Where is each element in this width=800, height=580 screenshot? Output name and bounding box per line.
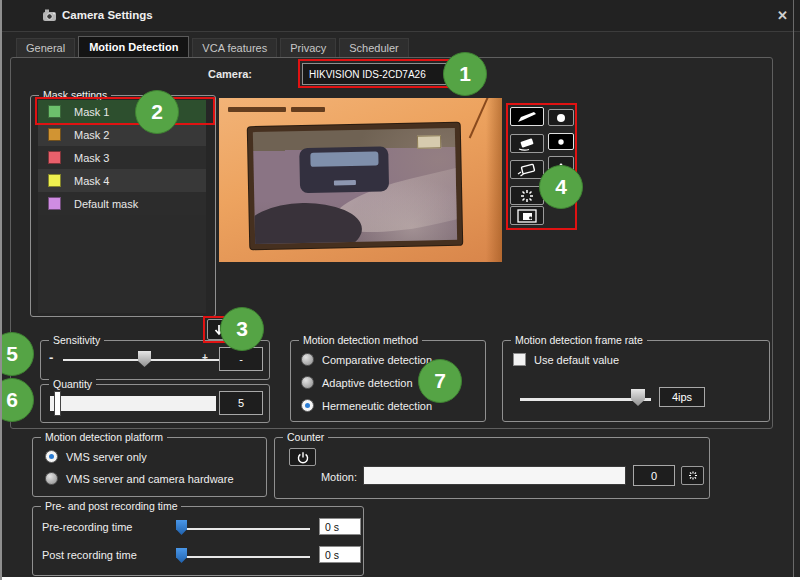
brush-size-small-button[interactable] xyxy=(548,156,574,173)
counter-title: Counter xyxy=(283,431,328,443)
burst-icon xyxy=(685,470,701,481)
car-plate xyxy=(334,180,355,186)
pre-recording-slider-thumb[interactable] xyxy=(176,520,187,535)
frame-rate-value: 4ips xyxy=(659,387,705,407)
motion-counter-value: 0 xyxy=(633,465,675,486)
mask-list-item-4[interactable]: Mask 4 xyxy=(38,169,206,192)
quantity-slider-track[interactable] xyxy=(50,396,216,411)
radio-selected-icon xyxy=(45,450,58,463)
dot-medium-icon xyxy=(553,136,569,148)
monitor-frame xyxy=(248,123,463,249)
road-sign xyxy=(417,135,441,148)
tab-vca-features[interactable]: VCA features xyxy=(192,38,277,57)
post-recording-label: Post recording time xyxy=(42,549,137,561)
picture-in-picture-icon xyxy=(515,209,539,223)
mask-color-swatch xyxy=(48,151,61,164)
mask-color-swatch xyxy=(48,174,61,187)
radio-vms-server-only[interactable]: VMS server only xyxy=(45,450,147,463)
platform-group: Motion detection platform VMS server onl… xyxy=(32,437,267,497)
chevron-down-icon xyxy=(451,71,467,77)
apply-mask-button[interactable] xyxy=(207,319,230,340)
radio-label: Comparative detection xyxy=(322,354,432,366)
frame-rate-slider-thumb[interactable] xyxy=(631,389,645,406)
mask-label: Mask 1 xyxy=(74,106,109,118)
tab-privacy[interactable]: Privacy xyxy=(280,38,336,57)
counter-group: Counter Motion: 0 xyxy=(274,437,710,499)
car-windshield xyxy=(310,152,378,167)
camera-dropdown[interactable]: HIKVISION IDS-2CD7A26 xyxy=(302,63,468,85)
power-icon xyxy=(296,451,310,464)
recording-time-title: Pre- and post recording time xyxy=(41,500,181,512)
sensitivity-group: Sensitivity - + - xyxy=(40,340,270,380)
radio-label: VMS server only xyxy=(66,451,147,463)
radio-label: Adaptive detection xyxy=(322,377,413,389)
tab-motion-detection[interactable]: Motion Detection xyxy=(78,36,189,57)
detection-method-group: Motion detection method Comparative dete… xyxy=(290,340,486,422)
motion-counter-bar xyxy=(363,466,626,485)
platform-title: Motion detection platform xyxy=(41,431,167,443)
radio-vms-server-and-camera[interactable]: VMS server and camera hardware xyxy=(45,472,234,485)
close-icon[interactable]: ✕ xyxy=(777,8,788,23)
pre-recording-value-field[interactable]: 0 s xyxy=(319,518,361,535)
tab-general[interactable]: General xyxy=(16,38,75,57)
camera-dropdown-value: HIKVISION IDS-2CD7A26 xyxy=(303,69,451,80)
mask-list-item-default[interactable]: Default mask xyxy=(38,192,206,215)
mask-label: Default mask xyxy=(74,198,138,210)
radio-icon xyxy=(301,376,314,389)
street-scene xyxy=(253,128,457,244)
wipe-mask-button[interactable] xyxy=(510,160,544,179)
eraser-icon xyxy=(515,137,539,151)
frame-rate-title: Motion detection frame rate xyxy=(511,334,647,346)
post-recording-slider-track[interactable] xyxy=(178,556,310,558)
motion-burst-button[interactable] xyxy=(510,186,544,205)
mask-list-item-2[interactable]: Mask 2 xyxy=(38,123,206,146)
mask-list-item-3[interactable]: Mask 3 xyxy=(38,146,206,169)
sensitivity-title: Sensitivity xyxy=(49,334,104,346)
down-arrow-icon xyxy=(213,324,225,336)
mask-label: Mask 3 xyxy=(74,152,109,164)
preview-image-button[interactable] xyxy=(510,206,544,225)
quantity-slider-thumb[interactable] xyxy=(54,391,61,416)
post-recording-slider-thumb[interactable] xyxy=(176,548,187,563)
tab-scheduler[interactable]: Scheduler xyxy=(339,38,409,57)
use-default-value-checkbox[interactable]: Use default value xyxy=(513,353,619,366)
burst-icon xyxy=(515,189,539,203)
counter-reset-button[interactable] xyxy=(681,466,704,485)
mask-color-swatch xyxy=(48,105,61,118)
pre-recording-label: Pre-recording time xyxy=(42,521,132,533)
camera-label: Camera: xyxy=(162,68,252,80)
dot-large-icon xyxy=(553,112,569,124)
radio-comparative-detection[interactable]: Comparative detection xyxy=(301,353,432,366)
radio-icon xyxy=(45,472,58,485)
pen-tool-button[interactable] xyxy=(510,107,544,126)
camera-preview-canvas[interactable] xyxy=(219,98,502,262)
brush-size-medium-button[interactable] xyxy=(548,133,574,150)
sensitivity-slider-thumb[interactable] xyxy=(138,351,151,367)
mask-color-swatch xyxy=(48,128,61,141)
camera-settings-dialog: Camera Settings ✕ General Motion Detecti… xyxy=(0,0,800,580)
radio-label: VMS server and camera hardware xyxy=(66,473,234,485)
brush-size-large-button[interactable] xyxy=(548,109,574,126)
title-bar: Camera Settings ✕ xyxy=(2,0,800,32)
quantity-group: Quantity 5 xyxy=(40,384,270,423)
motion-label: Motion: xyxy=(313,471,357,483)
eraser-tool-button[interactable] xyxy=(510,134,544,153)
dialog-right-edge xyxy=(793,0,794,580)
mask-list-item-1[interactable]: Mask 1 xyxy=(38,100,206,123)
checkbox-label: Use default value xyxy=(534,354,619,366)
timestamp-overlay xyxy=(228,107,286,112)
detection-method-title: Motion detection method xyxy=(299,334,422,346)
radio-adaptive-detection[interactable]: Adaptive detection xyxy=(301,376,413,389)
mask-label: Mask 4 xyxy=(74,175,109,187)
radio-icon xyxy=(301,353,314,366)
car xyxy=(300,146,390,193)
recording-time-group: Pre- and post recording time Pre-recordi… xyxy=(32,506,364,576)
camera-icon xyxy=(42,9,58,22)
counter-enable-button[interactable] xyxy=(289,448,316,466)
window-title: Camera Settings xyxy=(62,9,153,21)
radio-hermeneutic-detection[interactable]: Hermeneutic detection xyxy=(301,399,432,412)
timestamp-overlay xyxy=(291,107,325,112)
post-recording-value-field[interactable]: 0 s xyxy=(319,546,361,563)
frame-rate-group: Motion detection frame rate Use default … xyxy=(502,340,770,422)
pre-recording-slider-track[interactable] xyxy=(178,528,310,530)
